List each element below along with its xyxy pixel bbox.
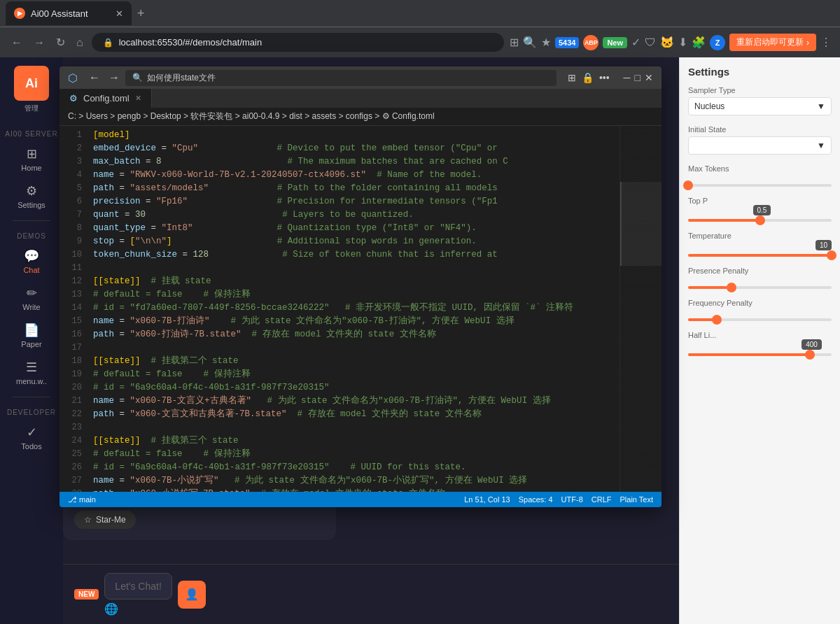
todos-icon: ✓ <box>27 425 37 440</box>
tab-close-btn[interactable]: ✕ <box>135 94 141 103</box>
vscode-search-bar[interactable]: 🔍 如何使用state文件 <box>125 70 556 86</box>
refresh-button[interactable]: ↻ <box>53 33 68 52</box>
presence-penalty-label: Presence Penalty <box>688 267 832 275</box>
chat-input-area: NEW Let's Chat! 🌐 👤 <box>63 564 679 624</box>
temperature-section: Temperature 10 <box>688 232 832 257</box>
presence-penalty-thumb[interactable] <box>727 283 736 292</box>
home-label: Home <box>21 164 41 172</box>
more-options-icon[interactable]: ⋮ <box>820 36 832 49</box>
vscode-icon-split[interactable]: ⊞ <box>568 72 576 83</box>
sidebar-item-paper[interactable]: 📄 Paper <box>0 317 63 354</box>
chat-label: Chat <box>23 266 39 274</box>
vscode-minimize-btn[interactable]: ─ <box>624 72 631 83</box>
chat-icon: 💬 <box>24 248 39 264</box>
presence-penalty-track <box>688 286 832 289</box>
frequency-penalty-section: Frequency Penalty <box>688 299 832 321</box>
vscode-minimap <box>620 126 662 492</box>
vscode-gutter: 1 2 3 4 5 6 7 8 9 10 11 12 13 14 15 16 1… <box>59 126 88 492</box>
sidebar-item-settings[interactable]: ⚙ Settings <box>0 178 63 215</box>
sidebar-item-home[interactable]: ⊞ Home <box>0 141 63 178</box>
half-life-slider-container: 400 <box>688 353 832 356</box>
chat-input[interactable]: Let's Chat! <box>104 573 172 600</box>
write-icon: ✏ <box>27 285 37 301</box>
vscode-tab-config[interactable]: ⚙ Config.toml ✕ <box>59 89 152 108</box>
globe-icon[interactable]: 🌐 <box>104 602 172 616</box>
star-button[interactable]: ☆ Star-Me <box>74 511 136 529</box>
sidebar-item-chat[interactable]: 💬 Chat <box>0 243 63 280</box>
search-icon[interactable]: 🔍 <box>523 36 537 49</box>
frequency-penalty-label: Frequency Penalty <box>688 299 832 307</box>
vscode-icon-lock[interactable]: 🔒 <box>582 72 594 83</box>
status-line-ending: CRLF <box>592 495 612 504</box>
max-tokens-slider-container <box>688 184 832 187</box>
sampler-type-section: Sampler Type Nucleus ▼ <box>688 86 832 115</box>
shield-icon[interactable]: 🛡 <box>645 36 656 49</box>
forward-button[interactable]: → <box>31 34 48 52</box>
puzzle-icon[interactable]: 🧩 <box>692 36 706 49</box>
sidebar-item-todos[interactable]: ✓ Todos <box>0 419 63 456</box>
search-icon: 🔍 <box>132 73 143 83</box>
vscode-close-btn[interactable]: ✕ <box>645 72 653 83</box>
frequency-penalty-slider-container <box>688 318 832 321</box>
paper-label: Paper <box>21 340 41 348</box>
tab-label: Config.toml <box>83 93 130 104</box>
tab-icon-gear: ⚙ <box>69 93 78 104</box>
restart-label: 重新启动即可更新 <box>736 36 804 48</box>
presence-penalty-section: Presence Penalty <box>688 267 832 289</box>
vscode-nav-back[interactable]: ← <box>89 71 100 84</box>
developer-section-label: DEVELOPER <box>0 409 63 416</box>
home-button[interactable]: ⌂ <box>74 34 86 52</box>
browser-tab-ai00[interactable]: ▶ Ai00 Assistant ✕ <box>6 1 132 25</box>
vscode-code-editor[interactable]: [model] embed_device = "Cpu" # Device to… <box>88 126 620 492</box>
translate-icon[interactable]: ⊞ <box>510 36 519 49</box>
temperature-thumb[interactable] <box>827 250 836 260</box>
half-life-thumb[interactable] <box>805 350 815 360</box>
restart-button[interactable]: 重新启动即可更新 › <box>729 34 816 51</box>
top-p-thumb[interactable] <box>755 215 765 225</box>
cat-icon[interactable]: 🐱 <box>660 36 674 49</box>
ext-badge-new[interactable]: New <box>603 37 627 48</box>
browser-controls: ← → ↻ ⌂ 🔒 localhost:65530/#/demos/chat/m… <box>0 27 840 57</box>
sidebar-divider-1 <box>13 220 50 221</box>
sampler-type-select[interactable]: Nucleus ▼ <box>688 97 832 115</box>
frequency-penalty-thumb[interactable] <box>712 315 722 325</box>
initial-state-section: Initial State ▼ <box>688 125 832 155</box>
url-text: localhost:65530/#/demos/chat/main <box>119 37 262 48</box>
top-p-fill <box>688 219 760 222</box>
address-bar[interactable]: 🔒 localhost:65530/#/demos/chat/main <box>92 33 504 52</box>
sidebar-item-menu[interactable]: ☰ menu.w.. <box>0 354 63 391</box>
menu-label: menu.w.. <box>16 377 47 385</box>
vscode-nav-forward[interactable]: → <box>108 71 120 84</box>
sampler-type-label: Sampler Type <box>688 86 832 94</box>
max-tokens-thumb[interactable] <box>683 180 693 190</box>
new-badge: NEW <box>74 589 99 600</box>
todos-label: Todos <box>21 442 41 451</box>
new-tab-button[interactable]: + <box>132 6 150 21</box>
sidebar-divider-2 <box>13 397 50 397</box>
sidebar-item-write[interactable]: ✏ Write <box>0 280 63 317</box>
bookmark-icon[interactable]: ★ <box>541 36 551 49</box>
send-button[interactable]: 👤 <box>178 581 206 609</box>
search-placeholder: 如何使用state文件 <box>147 72 216 84</box>
write-label: Write <box>22 303 40 311</box>
chevron-down-icon: ▼ <box>817 101 825 111</box>
download-icon[interactable]: ⬇ <box>678 36 687 49</box>
max-tokens-track <box>688 184 832 187</box>
status-language: Plain Text <box>620 495 654 504</box>
ext-badge-abp[interactable]: ABP <box>583 35 598 50</box>
user-badge[interactable]: Z <box>710 35 725 50</box>
initial-state-select[interactable]: ▼ <box>688 136 832 155</box>
vscode-breadcrumb: C: > Users > pengb > Desktop > 软件安装包 > a… <box>59 108 662 126</box>
back-button[interactable]: ← <box>8 34 25 52</box>
temperature-fill <box>688 254 832 257</box>
ext-badge-5434[interactable]: 5434 <box>555 37 579 48</box>
check-icon[interactable]: ✓ <box>631 36 640 49</box>
vscode-maximize-btn[interactable]: □ <box>635 72 640 83</box>
tab-close-btn[interactable]: ✕ <box>115 8 123 19</box>
presence-penalty-slider-container <box>688 286 832 289</box>
app-subtitle: 管理 <box>24 104 38 113</box>
menu-icon: ☰ <box>26 360 37 375</box>
vscode-content: 1 2 3 4 5 6 7 8 9 10 11 12 13 14 15 16 1… <box>59 126 662 492</box>
top-p-value-badge: 0.5 <box>753 205 771 215</box>
vscode-icon-more[interactable]: ••• <box>599 72 610 83</box>
